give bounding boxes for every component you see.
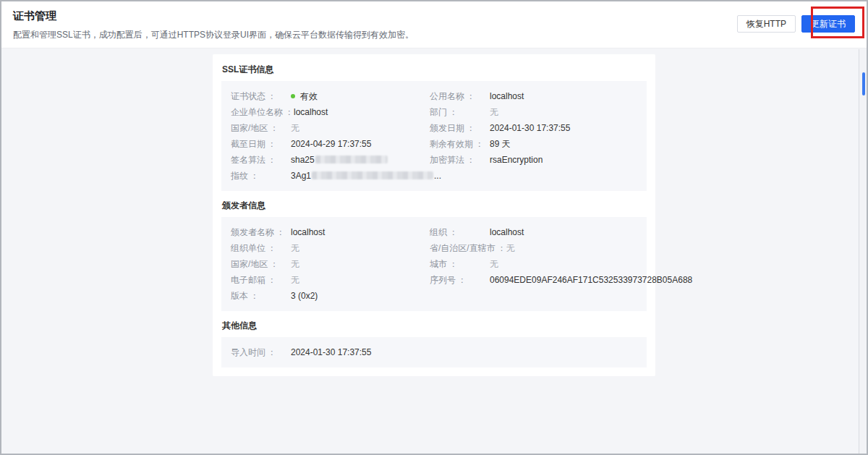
header-actions: 恢复HTTP 更新证书 bbox=[737, 15, 855, 33]
field-org-unit: 组织单位： 无 bbox=[231, 240, 430, 256]
field-label: 剩余有效期： bbox=[430, 136, 490, 152]
field-value: localhost bbox=[291, 224, 325, 240]
field-value: 无 bbox=[506, 240, 515, 256]
field-serial-number: 序列号： 06094EDE09AF246AF171C532533973728B0… bbox=[430, 272, 692, 288]
field-department: 部门： 无 bbox=[430, 104, 637, 120]
field-label: 加密算法： bbox=[430, 152, 490, 168]
field-value: 无 bbox=[490, 104, 498, 120]
field-label: 颁发日期： bbox=[430, 120, 490, 136]
field-label: 导入时间： bbox=[231, 344, 291, 360]
field-country: 国家/地区： 无 bbox=[231, 120, 430, 136]
field-days-left: 剩余有效期： 89 天 bbox=[430, 136, 637, 152]
field-label: 公用名称： bbox=[430, 88, 490, 104]
field-value: 无 bbox=[490, 256, 498, 272]
field-value: localhost bbox=[490, 224, 524, 240]
field-value: 无 bbox=[291, 120, 299, 136]
field-expire-date: 截至日期： 2024-04-29 17:37:55 bbox=[231, 136, 430, 152]
page-subtitle: 配置和管理SSL证书，成功配置后，可通过HTTPS协议登录UI界面，确保云平台数… bbox=[13, 29, 855, 41]
field-value: 无 bbox=[291, 272, 299, 288]
redacted-text bbox=[312, 171, 433, 179]
field-org-name: 企业单位名称： localhost bbox=[231, 104, 430, 120]
field-label: 国家/地区： bbox=[231, 256, 291, 272]
field-label: 颁发者名称： bbox=[231, 224, 291, 240]
section-title-other-info: 其他信息 bbox=[222, 320, 646, 331]
field-province: 省/自治区/直辖市： 无 bbox=[430, 240, 692, 256]
field-value: 3 (0x2) bbox=[291, 288, 318, 304]
field-label: 组织单位： bbox=[231, 240, 291, 256]
field-label: 电子邮箱： bbox=[231, 272, 291, 288]
field-label: 截至日期： bbox=[231, 136, 291, 152]
field-common-name: 公用名称： localhost bbox=[430, 88, 637, 104]
field-value: 2024-01-30 17:37:55 bbox=[490, 120, 570, 136]
field-label: 签名算法： bbox=[231, 152, 291, 168]
status-value: 有效 bbox=[291, 88, 318, 104]
page-header: 证书管理 配置和管理SSL证书，成功配置后，可通过HTTPS协议登录UI界面，确… bbox=[1, 1, 867, 48]
field-city: 城市： 无 bbox=[430, 256, 692, 272]
field-label: 省/自治区/直辖市： bbox=[430, 240, 506, 256]
field-issue-date: 颁发日期： 2024-01-30 17:37:55 bbox=[430, 120, 637, 136]
redacted-text bbox=[315, 156, 388, 163]
field-value: 无 bbox=[291, 240, 299, 256]
restore-http-button[interactable]: 恢复HTTP bbox=[737, 15, 796, 33]
update-certificate-button[interactable]: 更新证书 bbox=[801, 15, 855, 33]
field-value: 2024-01-30 17:37:55 bbox=[291, 344, 371, 360]
field-value: 无 bbox=[291, 256, 299, 272]
field-encrypt-algo: 加密算法： rsaEncryption bbox=[430, 152, 637, 168]
issuer-info-panel: 颁发者名称： localhost 组织： localhost 组织单位： 无 省… bbox=[221, 217, 647, 311]
field-label: 版本： bbox=[231, 288, 291, 304]
field-fingerprint: 指纹： 3Ag1... bbox=[231, 168, 637, 184]
ssl-info-panel: 证书状态： 有效 公用名称： localhost 企业单位名称： localho… bbox=[221, 81, 647, 191]
other-info-panel: 导入时间： 2024-01-30 17:37:55 bbox=[221, 337, 647, 367]
field-value: sha25 bbox=[291, 152, 388, 168]
scrollbar-thumb[interactable] bbox=[862, 72, 865, 95]
field-label: 组织： bbox=[430, 224, 490, 240]
field-organization: 组织： localhost bbox=[430, 224, 692, 240]
certificate-detail-card: SSL证书信息 证书状态： 有效 公用名称： localhost 企业单位名称：… bbox=[213, 54, 655, 376]
field-issuer-country: 国家/地区： 无 bbox=[231, 256, 430, 272]
field-email: 电子邮箱： 无 bbox=[231, 272, 430, 288]
field-label: 序列号： bbox=[430, 272, 490, 288]
field-value: rsaEncryption bbox=[490, 152, 542, 168]
field-value: 2024-04-29 17:37:55 bbox=[291, 136, 371, 152]
certificate-management-page: 证书管理 配置和管理SSL证书，成功配置后，可通过HTTPS协议登录UI界面，确… bbox=[0, 0, 868, 455]
field-issuer-name: 颁发者名称： localhost bbox=[231, 224, 430, 240]
page-title: 证书管理 bbox=[13, 9, 855, 23]
field-label: 证书状态： bbox=[231, 88, 291, 104]
field-sign-algo: 签名算法： sha25 bbox=[231, 152, 430, 168]
field-label: 国家/地区： bbox=[231, 120, 291, 136]
field-value: 89 天 bbox=[490, 136, 511, 152]
field-label: 城市： bbox=[430, 256, 490, 272]
field-value: 3Ag1... bbox=[291, 168, 441, 184]
content-area: SSL证书信息 证书状态： 有效 公用名称： localhost 企业单位名称：… bbox=[1, 48, 867, 376]
field-cert-status: 证书状态： 有效 bbox=[231, 88, 430, 104]
field-import-time: 导入时间： 2024-01-30 17:37:55 bbox=[231, 344, 430, 360]
field-version: 版本： 3 (0x2) bbox=[231, 288, 430, 304]
section-title-issuer-info: 颁发者信息 bbox=[222, 200, 646, 211]
field-label: 企业单位名称： bbox=[231, 104, 294, 120]
status-dot-icon bbox=[291, 94, 295, 98]
field-label: 部门： bbox=[430, 104, 490, 120]
scrollbar-track[interactable] bbox=[859, 49, 867, 454]
field-value: 06094EDE09AF246AF171C532533973728B05A688 bbox=[490, 272, 692, 288]
field-label: 指纹： bbox=[231, 168, 291, 184]
section-title-ssl-info: SSL证书信息 bbox=[222, 64, 646, 75]
field-value: localhost bbox=[490, 88, 524, 104]
field-value: localhost bbox=[294, 104, 328, 120]
